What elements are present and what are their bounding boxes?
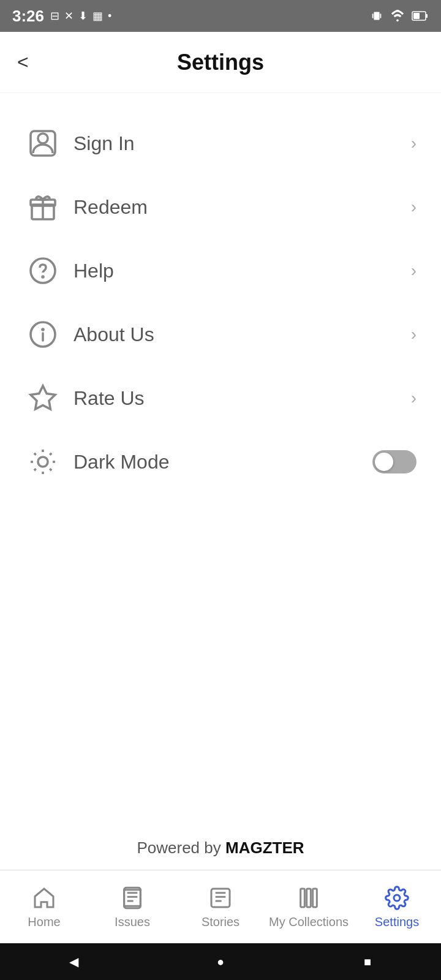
sun-icon bbox=[24, 443, 61, 480]
status-time: 3:26 bbox=[12, 7, 44, 26]
collections-nav-label: My Collections bbox=[269, 915, 349, 929]
dark-mode-toggle-track[interactable] bbox=[372, 450, 417, 473]
issues-nav-icon bbox=[119, 884, 146, 911]
issues-nav-label: Issues bbox=[115, 915, 150, 929]
android-home-btn[interactable]: ● bbox=[208, 949, 233, 974]
status-icon-1: ⊟ bbox=[50, 9, 59, 23]
svg-rect-27 bbox=[211, 889, 230, 907]
android-back-btn[interactable]: ◀ bbox=[61, 949, 86, 974]
question-icon bbox=[24, 252, 61, 289]
star-icon bbox=[24, 380, 61, 417]
vibrate-icon bbox=[370, 9, 383, 23]
rate-us-label: Rate Us bbox=[74, 387, 411, 410]
settings-item-about-us[interactable]: About Us › bbox=[0, 303, 441, 366]
nav-item-settings[interactable]: Settings bbox=[353, 884, 441, 929]
help-label: Help bbox=[74, 260, 411, 282]
rate-us-chevron: › bbox=[411, 388, 417, 408]
home-nav-label: Home bbox=[28, 915, 60, 929]
status-bar: 3:26 ⊟ ✕ ⬇ ▦ • bbox=[0, 0, 441, 32]
svg-point-31 bbox=[394, 895, 400, 901]
svg-line-24 bbox=[50, 469, 51, 470]
bottom-nav: Home Issues Stories bbox=[0, 870, 441, 943]
about-us-chevron: › bbox=[411, 325, 417, 344]
status-icon-5: • bbox=[108, 10, 111, 23]
svg-point-16 bbox=[42, 329, 43, 330]
nav-item-home[interactable]: Home bbox=[0, 884, 88, 929]
settings-nav-label: Settings bbox=[375, 915, 419, 929]
page-header: < Settings bbox=[0, 32, 441, 93]
battery-icon bbox=[412, 9, 429, 23]
svg-line-23 bbox=[34, 453, 36, 455]
settings-item-help[interactable]: Help › bbox=[0, 239, 441, 303]
nav-item-my-collections[interactable]: My Collections bbox=[265, 884, 353, 929]
svg-point-7 bbox=[38, 134, 48, 143]
svg-rect-1 bbox=[372, 13, 374, 18]
collections-nav-icon bbox=[295, 884, 322, 911]
settings-item-sign-in[interactable]: Sign In › bbox=[0, 111, 441, 175]
wifi-icon bbox=[390, 9, 405, 23]
sign-in-label: Sign In bbox=[74, 132, 411, 155]
powered-by: Powered by MAGZTER bbox=[0, 820, 441, 870]
svg-rect-2 bbox=[380, 13, 382, 18]
status-right-icons bbox=[370, 9, 429, 23]
dark-mode-label: Dark Mode bbox=[74, 451, 372, 473]
android-recents-btn[interactable]: ■ bbox=[355, 949, 380, 974]
settings-item-rate-us[interactable]: Rate Us › bbox=[0, 366, 441, 430]
settings-list: Sign In › Redeem › bbox=[0, 93, 441, 512]
svg-rect-28 bbox=[301, 889, 305, 907]
nav-item-stories[interactable]: Stories bbox=[176, 884, 265, 929]
svg-point-18 bbox=[38, 457, 48, 467]
svg-line-25 bbox=[34, 469, 36, 470]
dark-mode-toggle[interactable] bbox=[372, 450, 417, 473]
status-icons: ⊟ ✕ ⬇ ▦ • bbox=[50, 9, 111, 23]
back-button[interactable]: < bbox=[17, 51, 29, 74]
status-icon-4: ▦ bbox=[92, 9, 103, 23]
settings-item-redeem[interactable]: Redeem › bbox=[0, 175, 441, 239]
user-icon bbox=[24, 125, 61, 162]
help-chevron: › bbox=[411, 261, 417, 281]
svg-point-3 bbox=[396, 20, 399, 22]
settings-item-dark-mode[interactable]: Dark Mode bbox=[0, 430, 441, 494]
home-nav-icon bbox=[31, 884, 58, 911]
dark-mode-toggle-knob bbox=[375, 453, 393, 471]
android-nav: ◀ ● ■ bbox=[0, 943, 441, 980]
svg-marker-17 bbox=[31, 386, 55, 409]
info-icon bbox=[24, 316, 61, 353]
svg-rect-0 bbox=[374, 12, 379, 20]
svg-rect-6 bbox=[413, 13, 420, 19]
sign-in-chevron: › bbox=[411, 134, 417, 153]
about-us-label: About Us bbox=[74, 323, 411, 346]
gift-icon bbox=[24, 189, 61, 225]
stories-nav-label: Stories bbox=[202, 915, 239, 929]
svg-line-26 bbox=[50, 453, 51, 455]
svg-point-12 bbox=[42, 276, 43, 277]
svg-rect-29 bbox=[307, 889, 311, 907]
status-icon-2: ✕ bbox=[64, 9, 74, 23]
svg-rect-5 bbox=[426, 14, 428, 18]
status-icon-3: ⬇ bbox=[78, 9, 88, 23]
redeem-label: Redeem bbox=[74, 196, 411, 219]
page-title: Settings bbox=[177, 50, 264, 75]
settings-nav-icon bbox=[383, 884, 410, 911]
svg-rect-30 bbox=[313, 889, 317, 907]
redeem-chevron: › bbox=[411, 197, 417, 217]
stories-nav-icon bbox=[207, 884, 234, 911]
nav-item-issues[interactable]: Issues bbox=[88, 884, 176, 929]
main-content: Sign In › Redeem › bbox=[0, 93, 441, 870]
